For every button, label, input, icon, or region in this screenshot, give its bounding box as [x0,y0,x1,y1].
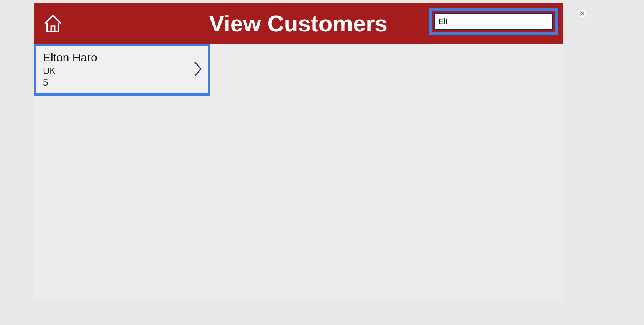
header-bar: View Customers [34,3,563,44]
search-highlight-outer [429,8,558,35]
page-title: View Customers [209,10,388,37]
customer-id: 5 [43,77,201,88]
search-field-wrap [434,13,553,30]
customer-card-highlight: Elton Haro UK 5 [34,44,210,96]
close-icon [580,11,585,16]
search-input[interactable] [439,17,549,26]
app-window: View Customers Elton Haro UK 5 [34,3,563,300]
customer-name: Elton Haro [43,51,201,64]
list-divider [34,107,210,107]
home-button[interactable] [41,11,65,36]
customer-card[interactable]: Elton Haro UK 5 [36,46,208,93]
close-button[interactable] [577,8,587,18]
customer-list-column: Elton Haro UK 5 [34,44,210,107]
chevron-right-icon [192,61,203,79]
home-icon [42,13,64,34]
customer-country: UK [43,66,201,76]
content-area: Elton Haro UK 5 [34,44,563,107]
